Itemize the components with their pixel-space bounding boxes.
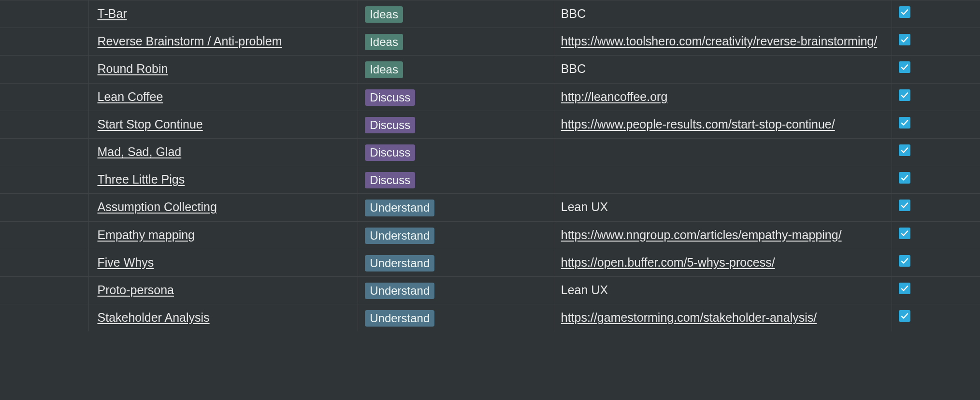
tag-ideas[interactable]: Ideas	[365, 34, 403, 50]
row-gutter	[917, 111, 980, 138]
checkbox-checked[interactable]	[899, 172, 910, 184]
cell-tag: Understand	[358, 304, 554, 331]
tag-discuss[interactable]: Discuss	[365, 172, 415, 188]
cell-source: Lean UX	[554, 277, 893, 304]
technique-link[interactable]: Proto-persona	[98, 282, 174, 299]
cell-source: BBC	[554, 56, 893, 83]
table-row: Reverse Brainstorm / Anti-problemIdeasht…	[0, 28, 980, 55]
checkbox-checked[interactable]	[899, 6, 910, 18]
checkbox-checked[interactable]	[899, 144, 910, 156]
source-text: Lean UX	[561, 199, 608, 215]
cell-name: T-Bar	[89, 0, 359, 28]
row-gutter	[0, 249, 89, 276]
tag-understand[interactable]: Understand	[365, 200, 434, 216]
cell-source	[554, 166, 893, 193]
cell-source: https://www.toolshero.com/creativity/rev…	[554, 28, 893, 55]
cell-check	[892, 0, 917, 28]
checkbox-checked[interactable]	[899, 117, 910, 129]
cell-name: Three Little Pigs	[89, 166, 359, 193]
source-link[interactable]: https://www.nngroup.com/articles/empathy…	[561, 227, 842, 243]
tag-discuss[interactable]: Discuss	[365, 89, 415, 106]
tag-understand[interactable]: Understand	[365, 310, 434, 327]
source-text: Lean UX	[561, 282, 608, 299]
cell-check	[892, 56, 917, 83]
cell-tag: Discuss	[358, 111, 554, 138]
technique-link[interactable]: Round Robin	[98, 60, 168, 77]
tag-discuss[interactable]: Discuss	[365, 117, 415, 133]
cell-name: Stakeholder Analysis	[89, 304, 359, 331]
cell-name: Empathy mapping	[89, 222, 359, 249]
checkbox-checked[interactable]	[899, 228, 910, 239]
technique-link[interactable]: Mad, Sad, Glad	[98, 143, 182, 160]
cell-check	[892, 111, 917, 138]
row-gutter	[917, 194, 980, 221]
technique-link[interactable]: Five Whys	[98, 254, 154, 271]
checkbox-checked[interactable]	[899, 61, 910, 73]
checkbox-checked[interactable]	[899, 283, 910, 294]
row-gutter	[917, 277, 980, 304]
techniques-table: T-BarIdeasBBCReverse Brainstorm / Anti-p…	[0, 0, 980, 331]
checkbox-checked[interactable]	[899, 310, 910, 322]
technique-link[interactable]: Assumption Collecting	[98, 199, 217, 215]
checkbox-checked[interactable]	[899, 89, 910, 101]
source-link[interactable]: https://www.toolshero.com/creativity/rev…	[561, 33, 877, 50]
tag-discuss[interactable]: Discuss	[365, 144, 415, 161]
technique-link[interactable]: Lean Coffee	[98, 88, 163, 105]
table-row: Lean CoffeeDiscusshttp://leancoffee.org	[0, 83, 980, 111]
cell-tag: Understand	[358, 222, 554, 249]
cell-tag: Ideas	[358, 0, 554, 28]
row-gutter	[0, 139, 89, 166]
row-gutter	[917, 222, 980, 249]
row-gutter	[0, 0, 89, 28]
row-gutter	[917, 166, 980, 193]
technique-link[interactable]: T-Bar	[98, 5, 127, 22]
row-gutter	[0, 84, 89, 111]
row-gutter	[917, 56, 980, 83]
cell-check	[892, 139, 917, 166]
cell-tag: Discuss	[358, 166, 554, 193]
technique-link[interactable]: Reverse Brainstorm / Anti-problem	[98, 33, 282, 50]
technique-link[interactable]: Empathy mapping	[98, 227, 195, 243]
row-gutter	[0, 111, 89, 138]
technique-link[interactable]: Start Stop Continue	[98, 116, 203, 133]
row-gutter	[917, 139, 980, 166]
cell-source: https://gamestorming.com/stakeholder-ana…	[554, 304, 893, 331]
row-gutter	[917, 0, 980, 28]
table-row: Five WhysUnderstandhttps://open.buffer.c…	[0, 249, 980, 276]
row-gutter	[0, 166, 89, 193]
source-link[interactable]: http://leancoffee.org	[561, 88, 668, 105]
source-link[interactable]: https://gamestorming.com/stakeholder-ana…	[561, 309, 817, 326]
cell-tag: Discuss	[358, 139, 554, 166]
table-row: Stakeholder AnalysisUnderstandhttps://ga…	[0, 304, 980, 331]
cell-tag: Discuss	[358, 84, 554, 111]
tag-ideas[interactable]: Ideas	[365, 61, 403, 78]
cell-name: Assumption Collecting	[89, 194, 359, 221]
row-gutter	[917, 304, 980, 331]
tag-understand[interactable]: Understand	[365, 283, 434, 299]
source-link[interactable]: https://open.buffer.com/5-whys-process/	[561, 254, 775, 271]
checkbox-checked[interactable]	[899, 34, 910, 45]
tag-ideas[interactable]: Ideas	[365, 6, 403, 23]
row-gutter	[0, 304, 89, 331]
cell-tag: Understand	[358, 194, 554, 221]
table-row: Round RobinIdeasBBC	[0, 55, 980, 83]
cell-name: Round Robin	[89, 56, 359, 83]
cell-check	[892, 304, 917, 331]
technique-link[interactable]: Stakeholder Analysis	[98, 309, 210, 326]
table-row: Mad, Sad, GladDiscuss	[0, 138, 980, 166]
row-gutter	[917, 84, 980, 111]
tag-understand[interactable]: Understand	[365, 228, 434, 244]
cell-name: Start Stop Continue	[89, 111, 359, 138]
technique-link[interactable]: Three Little Pigs	[98, 171, 185, 188]
row-gutter	[0, 56, 89, 83]
checkbox-checked[interactable]	[899, 200, 910, 211]
cell-name: Five Whys	[89, 249, 359, 276]
source-link[interactable]: https://www.people-results.com/start-sto…	[561, 116, 835, 133]
checkbox-checked[interactable]	[899, 255, 910, 267]
cell-tag: Understand	[358, 277, 554, 304]
row-gutter	[917, 249, 980, 276]
cell-tag: Ideas	[358, 56, 554, 83]
row-gutter	[0, 222, 89, 249]
tag-understand[interactable]: Understand	[365, 255, 434, 271]
row-gutter	[0, 28, 89, 55]
